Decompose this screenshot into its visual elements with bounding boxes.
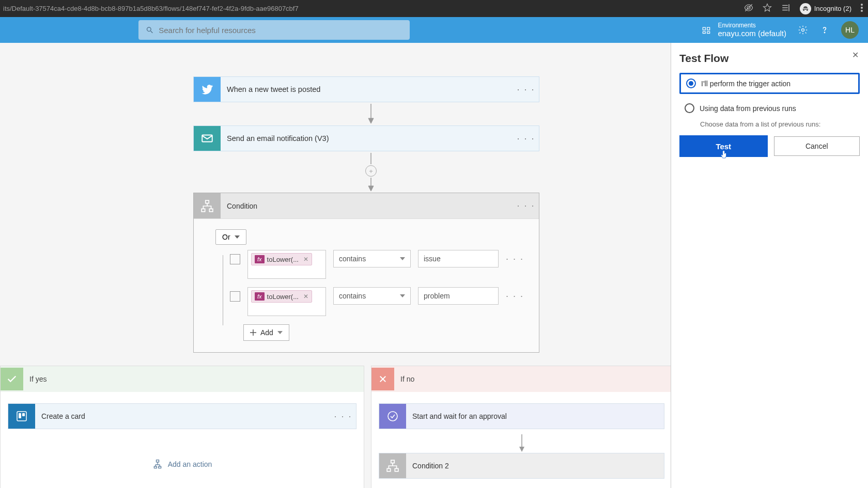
close-panel-button[interactable]: ✕ [852, 50, 859, 60]
plus-icon [250, 329, 256, 336]
add-condition-button[interactable]: Add [243, 324, 289, 341]
svg-point-8 [147, 27, 151, 32]
check-icon [1, 368, 23, 390]
previous-runs-hint: Choose data from a list of previous runs… [700, 120, 860, 128]
chevron-down-icon [235, 235, 240, 239]
add-label: Add [260, 328, 273, 337]
app-header: Environments enayu.com (default) HL [0, 17, 868, 43]
create-card-label: Create a card [35, 404, 330, 429]
approval-icon [379, 404, 406, 429]
value-text: problem [424, 292, 450, 300]
add-action-icon [152, 459, 163, 469]
card-more-icon[interactable]: · · · [330, 404, 356, 429]
expression-token[interactable]: fxtoLower(...✕ [251, 253, 312, 265]
expression-token[interactable]: fxtoLower(...✕ [251, 290, 312, 303]
chevron-down-icon [277, 331, 283, 334]
cancel-button-label: Cancel [805, 142, 828, 150]
svg-rect-38 [391, 460, 395, 463]
chevron-down-icon [400, 294, 405, 297]
search-box[interactable] [138, 20, 410, 40]
svg-point-6 [861, 7, 863, 9]
svg-rect-29 [22, 413, 25, 416]
browser-menu-icon[interactable] [861, 4, 863, 13]
row-more-icon[interactable]: · · · [506, 287, 524, 305]
environment-picker[interactable]: Environments enayu.com (default) [701, 22, 786, 38]
condition-title: Condition [221, 193, 513, 218]
environment-icon [701, 25, 711, 35]
browser-bar: its/Default-37574ca4-cde8-4d8b-bcb8-897b… [0, 0, 868, 17]
condition2-step[interactable]: Condition 2 [379, 453, 664, 479]
radio-previous-runs[interactable]: Using data from previous runs [679, 99, 860, 117]
trigger-step[interactable]: When a new tweet is posted · · · [193, 76, 539, 102]
condition-row: fxtoLower(...✕ contains issue · · · [230, 250, 524, 280]
email-action-step[interactable]: Send an email notification (V3) · · · [193, 125, 539, 151]
settings-gear-icon[interactable] [798, 25, 808, 35]
svg-rect-18 [206, 200, 209, 203]
value-input[interactable]: problem [418, 287, 499, 305]
search-input[interactable] [159, 26, 402, 35]
approval-label: Start and wait for an approval [406, 404, 664, 429]
svg-rect-28 [19, 413, 21, 418]
test-button[interactable]: Test [679, 135, 768, 157]
operator-select[interactable]: contains [333, 250, 411, 267]
if-yes-header: If yes [1, 366, 364, 392]
operator-select[interactable]: contains [333, 287, 411, 305]
cross-icon [371, 368, 394, 390]
approval-step[interactable]: Start and wait for an approval [379, 403, 664, 429]
svg-point-5 [861, 4, 863, 6]
help-icon[interactable] [819, 25, 830, 35]
arrow-icon: + [366, 153, 376, 194]
reading-list-icon[interactable] [781, 3, 791, 14]
svg-rect-31 [154, 466, 157, 468]
test-button-label: Test [716, 142, 731, 151]
expression-field[interactable]: fxtoLower(...✕ [247, 287, 326, 316]
trigger-more-icon[interactable]: · · · [513, 77, 539, 102]
radio-circle-icon [686, 78, 696, 88]
row-more-icon[interactable]: · · · [506, 250, 524, 267]
email-more-icon[interactable]: · · · [513, 126, 539, 151]
condition-row: fxtoLower(...✕ contains problem · · · [230, 287, 524, 317]
bookmark-star-icon[interactable] [763, 3, 772, 14]
svg-marker-23 [400, 294, 405, 297]
email-action-label: Send an email notification (V3) [221, 126, 513, 151]
trello-icon [8, 404, 35, 429]
create-card-step[interactable]: Create a card · · · [8, 403, 357, 429]
remove-token-icon[interactable]: ✕ [303, 293, 308, 300]
tracking-icon[interactable] [744, 3, 753, 14]
op-label: contains [339, 292, 366, 300]
add-step-button[interactable]: + [365, 165, 377, 177]
svg-point-7 [861, 10, 863, 12]
svg-rect-39 [387, 468, 391, 471]
expression-field[interactable]: fxtoLower(...✕ [247, 250, 326, 279]
svg-marker-22 [400, 257, 405, 260]
condition-icon [194, 193, 221, 218]
profile-avatar[interactable]: HL [841, 21, 859, 39]
condition-operator-dropdown[interactable]: Or [215, 229, 246, 245]
value-input[interactable]: issue [418, 250, 499, 267]
cancel-button[interactable]: Cancel [774, 136, 860, 156]
incognito-badge[interactable]: Incognito (2) [800, 3, 851, 14]
radio-circle-icon [685, 103, 694, 113]
svg-marker-13 [368, 118, 374, 123]
svg-marker-21 [235, 235, 240, 239]
svg-point-35 [388, 412, 397, 421]
radio-perform-trigger[interactable]: I'll perform the trigger action [679, 73, 860, 94]
svg-line-9 [150, 31, 152, 33]
op-label: contains [339, 255, 366, 263]
svg-rect-19 [202, 209, 205, 211]
condition-header[interactable]: Condition · · · [194, 193, 539, 219]
if-no-header: If no [371, 366, 672, 392]
token-text: toLower(... [267, 256, 299, 263]
if-yes-branch: If yes Create a card · · · Add an action [0, 366, 364, 488]
svg-rect-27 [17, 412, 26, 421]
add-action-button[interactable]: Add an action [1, 459, 364, 469]
condition-block: Condition · · · Or fxtoLower(...✕ contai… [193, 193, 539, 353]
remove-token-icon[interactable]: ✕ [303, 256, 308, 263]
radio-label: I'll perform the trigger action [701, 80, 791, 88]
row-checkbox[interactable] [230, 291, 240, 302]
row-checkbox[interactable] [230, 254, 240, 264]
condition-more-icon[interactable]: · · · [513, 193, 539, 218]
token-text: toLower(... [267, 293, 299, 301]
svg-point-10 [802, 29, 804, 32]
svg-marker-26 [277, 331, 283, 334]
